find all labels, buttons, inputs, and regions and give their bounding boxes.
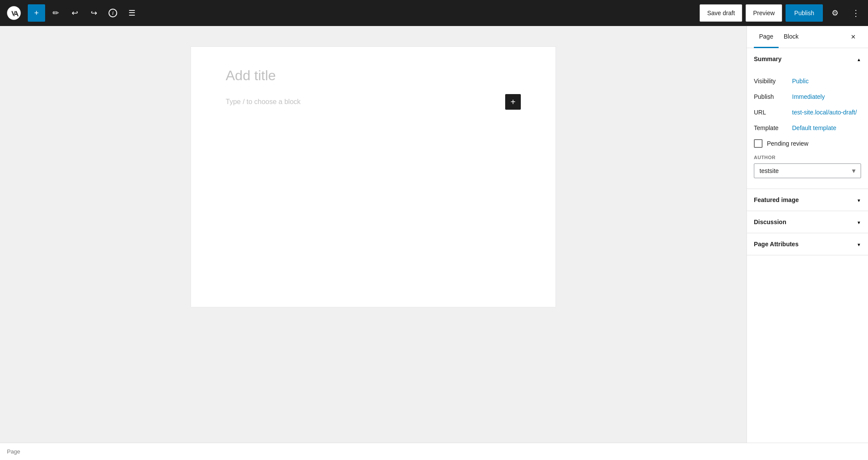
info-button[interactable]: i [104, 4, 122, 22]
tab-block[interactable]: Block [779, 26, 804, 48]
editor-title[interactable]: Add title [226, 68, 521, 84]
summary-section: Summary Visibility Public Publish Immedi… [747, 48, 868, 189]
url-label: URL [754, 109, 789, 116]
sidebar-close-button[interactable]: × [845, 29, 861, 45]
pencil-icon: ✏ [53, 8, 59, 18]
plus-block-icon: + [510, 97, 516, 107]
editor-content: Add title Type / to choose a block + [191, 47, 556, 307]
sidebar: Page Block × Summary Visibility Public P… [746, 26, 868, 443]
featured-image-header[interactable]: Featured image [747, 189, 868, 211]
discussion-title: Discussion [754, 219, 786, 225]
add-block-toolbar-button[interactable]: + [28, 4, 45, 22]
toolbar-right: Save draft Preview Publish ⚙ ⋮ [700, 4, 865, 22]
url-row: URL test-site.local/auto-draft/ [754, 104, 861, 120]
discussion-section: Discussion [747, 211, 868, 233]
undo-button[interactable]: ↩ [66, 4, 83, 22]
featured-image-chevron-down-icon [857, 196, 861, 204]
author-select[interactable]: testsite [754, 163, 861, 178]
summary-chevron-up-icon [857, 55, 861, 63]
main-layout: Add title Type / to choose a block + Pag… [0, 26, 868, 443]
status-text: Page [7, 448, 20, 455]
list-view-button[interactable]: ☰ [123, 4, 141, 22]
publish-button[interactable]: Publish [786, 4, 823, 22]
template-row: Template Default template [754, 120, 861, 136]
pending-review-checkbox[interactable] [754, 139, 763, 148]
editor-area: Add title Type / to choose a block + [0, 26, 746, 443]
template-label: Template [754, 124, 789, 131]
edit-mode-button[interactable]: ✏ [47, 4, 64, 22]
author-select-wrapper: testsite ▼ [754, 163, 861, 178]
editor-placeholder[interactable]: Type / to choose a block [226, 98, 498, 106]
save-draft-button[interactable]: Save draft [700, 4, 742, 22]
wp-logo [3, 0, 24, 26]
plus-icon: + [34, 9, 39, 18]
summary-section-header[interactable]: Summary [747, 48, 868, 70]
author-label: AUTHOR [754, 155, 861, 160]
status-bar: Page [0, 443, 868, 460]
editor-body: Type / to choose a block + [226, 94, 521, 110]
redo-button[interactable]: ↪ [85, 4, 102, 22]
visibility-label: Visibility [754, 78, 789, 85]
toolbar: + ✏ ↩ ↪ i ☰ Save draft Preview Publish ⚙… [0, 0, 868, 26]
tab-page[interactable]: Page [754, 26, 779, 48]
gear-icon: ⚙ [832, 8, 838, 18]
pending-review-label: Pending review [767, 140, 809, 147]
page-attributes-title: Page Attributes [754, 241, 799, 248]
page-attributes-section: Page Attributes [747, 233, 868, 255]
author-section: AUTHOR testsite ▼ [754, 155, 861, 178]
featured-image-section: Featured image [747, 189, 868, 211]
close-icon: × [851, 33, 856, 42]
url-value[interactable]: test-site.local/auto-draft/ [792, 109, 861, 116]
page-attributes-chevron-down-icon [857, 240, 861, 248]
preview-button[interactable]: Preview [746, 4, 782, 22]
list-icon: ☰ [128, 8, 135, 18]
publish-label: Publish [754, 93, 789, 100]
visibility-row: Visibility Public [754, 73, 861, 89]
sidebar-tabs: Page Block × [747, 26, 868, 48]
summary-content: Visibility Public Publish Immediately UR… [747, 70, 868, 189]
pending-review-row: Pending review [754, 136, 861, 155]
discussion-chevron-down-icon [857, 218, 861, 226]
visibility-value[interactable]: Public [792, 78, 861, 85]
page-attributes-header[interactable]: Page Attributes [747, 233, 868, 255]
undo-icon: ↩ [72, 8, 78, 18]
template-value[interactable]: Default template [792, 124, 861, 131]
featured-image-title: Featured image [754, 196, 799, 203]
settings-button[interactable]: ⚙ [826, 4, 844, 22]
info-icon: i [108, 9, 117, 17]
publish-row: Publish Immediately [754, 89, 861, 104]
discussion-header[interactable]: Discussion [747, 211, 868, 233]
add-block-button[interactable]: + [505, 94, 521, 110]
more-options-button[interactable]: ⋮ [847, 4, 865, 22]
redo-icon: ↪ [91, 8, 97, 18]
ellipsis-icon: ⋮ [852, 8, 860, 18]
summary-title: Summary [754, 55, 782, 62]
publish-value[interactable]: Immediately [792, 93, 861, 100]
